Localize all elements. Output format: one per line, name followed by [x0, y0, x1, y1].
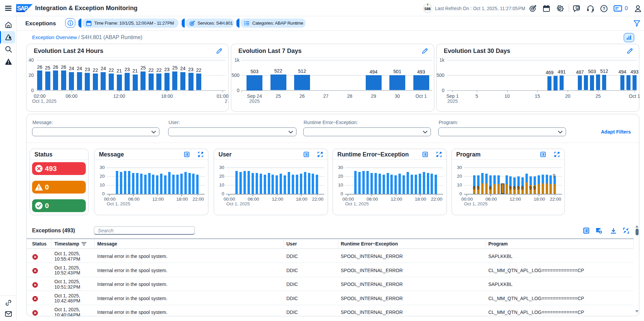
svg-text:?: ? [603, 6, 606, 11]
svg-text:SAP: SAP [17, 5, 28, 12]
